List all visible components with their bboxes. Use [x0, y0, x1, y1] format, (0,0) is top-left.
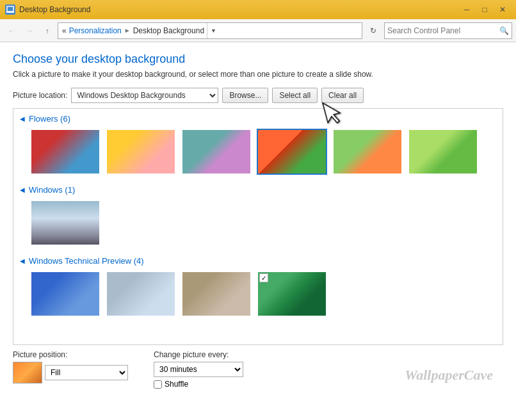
main-content: Choose your desktop background Click a p… — [0, 42, 516, 420]
flowers-grid — [20, 129, 496, 175]
shuffle-row: Shuffle — [154, 380, 243, 389]
thumb-inner-f4 — [258, 130, 326, 174]
breadcrumb-separator: ► — [124, 27, 131, 34]
title-bar: Desktop Background ─ □ ✕ — [0, 0, 516, 19]
category-windows: ◀ Windows (1) — [13, 180, 503, 251]
thumb-inner-f5 — [334, 130, 401, 174]
shuffle-checkbox[interactable] — [154, 380, 162, 389]
back-button[interactable]: ← — [4, 23, 19, 38]
thumb-inner-wtp2 — [107, 272, 175, 316]
position-label: Picture position: — [13, 350, 128, 359]
category-flowers-header[interactable]: ◀ Flowers (6) — [20, 114, 496, 124]
window-title: Desktop Background — [19, 5, 90, 14]
position-thumb-image — [13, 362, 42, 383]
breadcrumb-current: Desktop Background — [133, 26, 204, 35]
thumb-inner-f2 — [107, 130, 175, 174]
browse-button[interactable]: Browse... — [222, 88, 268, 103]
refresh-button[interactable]: ↻ — [365, 22, 382, 39]
thumb-inner-wtp3 — [182, 272, 250, 316]
change-label: Change picture every: — [154, 350, 243, 359]
category-windows-label: Windows (1) — [29, 185, 75, 195]
search-icon[interactable]: 🔍 — [499, 26, 509, 35]
thumb-inner-f6 — [409, 130, 477, 174]
category-windows-header[interactable]: ◀ Windows (1) — [20, 185, 496, 195]
search-box: 🔍 — [384, 22, 512, 39]
change-section: Change picture every: 30 minutes Shuffle — [154, 350, 243, 389]
thumbnail-wtp4[interactable]: ✓ — [257, 271, 327, 317]
search-input[interactable] — [387, 26, 499, 35]
close-button[interactable]: ✕ — [494, 3, 511, 16]
thumb-image-f6 — [409, 130, 477, 174]
thumbnail-w1[interactable] — [30, 200, 101, 246]
category-wtp: ◀ Windows Technical Preview (4) — [13, 251, 503, 322]
maximize-button[interactable]: □ — [476, 3, 493, 16]
thumb-image-wtp2 — [107, 272, 175, 316]
position-thumbnail — [13, 362, 42, 384]
category-flowers-label: Flowers (6) — [29, 114, 70, 124]
thumb-image-wtp1 — [31, 272, 99, 316]
position-select[interactable]: Fill — [45, 365, 128, 380]
watermark: WallpaperCave — [405, 367, 493, 384]
thumbnail-f3[interactable] — [181, 129, 252, 175]
bottom-controls: Picture position: Fill Change picture ev… — [13, 345, 503, 389]
thumbnail-wtp2[interactable] — [106, 271, 176, 317]
position-row: Fill — [13, 362, 128, 384]
collapse-arrow-wtp[interactable]: ◀ — [20, 257, 25, 264]
thumb-image-f5 — [334, 130, 401, 174]
thumb-inner-f3 — [182, 130, 250, 174]
thumbnail-wtp1[interactable] — [30, 271, 101, 317]
thumbnail-container[interactable]: ◀ Flowers (6) — [13, 108, 503, 345]
breadcrumb-dropdown-button[interactable]: ▼ — [207, 23, 220, 38]
category-flowers: ◀ Flowers (6) — [13, 109, 503, 180]
window-controls: ─ □ ✕ — [458, 3, 511, 16]
thumb-image-wtp3 — [182, 272, 250, 316]
thumb-image-f1 — [31, 130, 99, 174]
category-wtp-header[interactable]: ◀ Windows Technical Preview (4) — [20, 256, 496, 266]
thumb-image-w1 — [31, 201, 99, 245]
svg-rect-1 — [6, 12, 14, 13]
forward-button[interactable]: → — [22, 23, 37, 38]
svg-rect-0 — [7, 6, 13, 12]
thumbnail-wtp3[interactable] — [181, 271, 252, 317]
minimize-button[interactable]: ─ — [458, 3, 475, 16]
thumbnail-f6[interactable] — [408, 129, 478, 175]
thumb-image-f4 — [258, 130, 326, 174]
page-title: Choose your desktop background — [13, 52, 503, 66]
controls-row: Picture location: Windows Desktop Backgr… — [13, 88, 503, 103]
thumbnail-f4[interactable] — [257, 129, 327, 175]
title-bar-left: Desktop Background — [5, 4, 90, 15]
thumb-inner-w1 — [31, 201, 99, 245]
picture-location-select[interactable]: Windows Desktop Backgrounds — [71, 88, 218, 103]
shuffle-label: Shuffle — [165, 380, 188, 389]
address-bar: ← → ↑ « Personalization ► Desktop Backgr… — [0, 19, 516, 42]
app-icon — [5, 4, 15, 15]
select-all-button[interactable]: Select all — [272, 88, 318, 103]
windows-grid — [20, 200, 496, 246]
breadcrumb: « Personalization ► Desktop Background ▼ — [58, 22, 362, 39]
thumb-checkbox-wtp4: ✓ — [259, 273, 268, 282]
collapse-arrow-flowers[interactable]: ◀ — [20, 115, 25, 122]
thumbnail-f5[interactable] — [332, 129, 403, 175]
picture-location-label: Picture location: — [13, 91, 67, 100]
thumbnail-f1[interactable] — [30, 129, 101, 175]
thumb-image-f2 — [107, 130, 175, 174]
category-wtp-label: Windows Technical Preview (4) — [29, 256, 144, 266]
thumbnail-f2[interactable] — [106, 129, 176, 175]
wtp-grid: ✓ — [20, 271, 496, 317]
thumb-image-f3 — [182, 130, 250, 174]
clear-all-button[interactable]: Clear all — [321, 88, 364, 103]
breadcrumb-parent[interactable]: Personalization — [69, 26, 122, 35]
thumb-inner-f1 — [31, 130, 99, 174]
collapse-arrow-windows[interactable]: ◀ — [20, 186, 25, 193]
up-button[interactable]: ↑ — [40, 23, 55, 38]
change-picture-select[interactable]: 30 minutes — [154, 362, 243, 377]
position-section: Picture position: Fill — [13, 350, 128, 389]
thumb-inner-wtp1 — [31, 272, 99, 316]
page-subtitle: Click a picture to make it your desktop … — [13, 70, 503, 79]
breadcrumb-prefix: « — [62, 26, 67, 35]
